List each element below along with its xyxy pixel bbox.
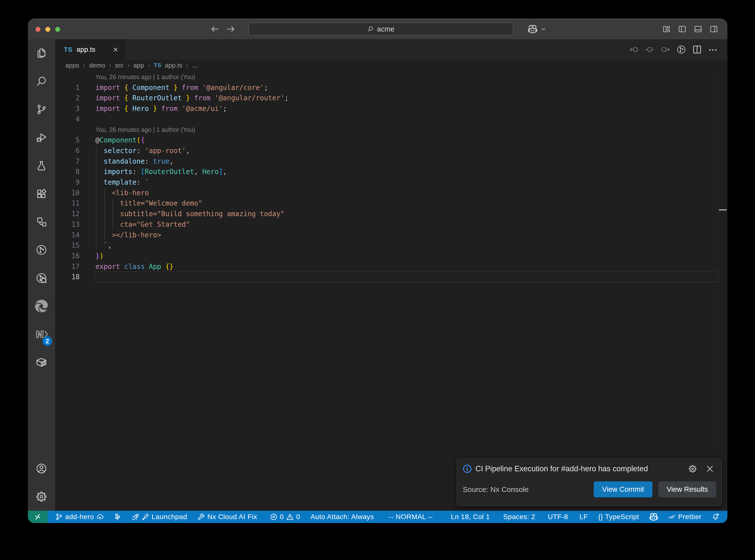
line-content: standalone: true,	[95, 156, 174, 167]
sidebar-item-project-graph[interactable]	[28, 208, 55, 236]
macos-zoom-button[interactable]	[55, 27, 60, 32]
sidebar-item-settings[interactable]	[28, 483, 55, 511]
activity-bar: 2	[28, 39, 55, 511]
code-line[interactable]: 1import { Component } from '@angular/cor…	[55, 82, 728, 93]
code-line[interactable]: 8 imports: [RouterOutlet, Hero],	[55, 166, 728, 177]
statusbar-language[interactable]: {} TypeScript	[593, 513, 644, 521]
more-actions-icon[interactable]	[708, 45, 717, 54]
breadcrumb-item[interactable]: src	[115, 62, 123, 69]
tab-app-ts[interactable]: TS app.ts	[55, 39, 125, 60]
scrollbar-gutter-border	[718, 71, 719, 511]
tab-close-icon[interactable]	[113, 47, 118, 53]
code-line[interactable]: 6 selector: 'app-root',	[55, 145, 728, 156]
statusbar-cursor-position[interactable]: Ln 18, Col 1	[444, 513, 497, 521]
statusbar-prettier[interactable]: Prettier	[663, 513, 707, 521]
statusbar-branch[interactable]: add-hero	[50, 513, 109, 521]
warning-icon	[286, 513, 294, 521]
toggle-secondary-sidebar-icon[interactable]	[710, 25, 718, 33]
line-number: 16	[55, 251, 80, 261]
gitlens-next-revision-icon[interactable]	[661, 45, 670, 54]
statusbar-vim-mode[interactable]: -- NORMAL --	[384, 513, 438, 521]
split-editor-icon[interactable]	[692, 45, 702, 54]
code-line[interactable]: 7 standalone: true,	[55, 156, 728, 167]
line-number: 3	[55, 103, 80, 114]
code-line[interactable]: 13 cta="Get Started"	[55, 219, 728, 230]
sidebar-item-source-control[interactable]	[28, 95, 55, 123]
sidebar-item-nx-console[interactable]: 2	[28, 320, 55, 348]
code-line[interactable]: 18	[55, 272, 728, 282]
files-icon	[36, 47, 47, 59]
git-blame-annotation[interactable]: You, 26 minutes ago | 1 author (You)	[55, 72, 728, 82]
sidebar-item-testing[interactable]	[28, 152, 55, 180]
git-blame-annotation[interactable]: You, 26 minutes ago | 1 author (You)	[55, 124, 728, 135]
breadcrumb-item[interactable]: app	[133, 62, 144, 69]
breadcrumb-item[interactable]: ...	[192, 62, 198, 69]
statusbar-launchpad[interactable]: Launchpad	[127, 513, 192, 521]
remote-indicator[interactable]	[28, 511, 47, 523]
search-icon	[367, 26, 374, 33]
tab-label: app.ts	[76, 46, 109, 54]
code-line[interactable]: 5@Component({	[55, 135, 728, 145]
code-line[interactable]: 16})	[55, 251, 728, 261]
statusbar-notifications[interactable]	[707, 513, 728, 521]
sidebar-item-edge-tools[interactable]	[28, 292, 55, 320]
sidebar-item-extensions[interactable]	[28, 180, 55, 208]
code-line[interactable]: 15 `,	[55, 240, 728, 251]
breadcrumb-ts-icon: TS	[154, 62, 161, 68]
sidebar-item-search[interactable]	[28, 67, 55, 95]
breadcrumb-item[interactable]: apps	[65, 62, 79, 69]
command-center-search[interactable]: acme	[248, 22, 513, 36]
view-results-button[interactable]: View Results	[658, 481, 716, 497]
code-line[interactable]: 3import { Hero } from '@acme/ui';	[55, 103, 728, 114]
code-line[interactable]: 17export class App {}	[55, 261, 728, 272]
sidebar-item-gitlens[interactable]	[28, 236, 55, 264]
statusbar-copilot[interactable]	[644, 513, 663, 521]
code-line[interactable]: 12 subtitle="Build something amazing tod…	[55, 208, 728, 219]
gitlens-prev-revision-icon[interactable]	[629, 45, 639, 54]
git-graph-icon	[114, 513, 122, 521]
view-commit-button[interactable]: View Commit	[594, 481, 652, 497]
code-line[interactable]: 10 <lib-hero	[55, 187, 728, 198]
macos-close-button[interactable]	[36, 27, 40, 32]
toast-gear-icon[interactable]	[689, 465, 697, 473]
code-line[interactable]: 11 title="Welcmoe demo"	[55, 198, 728, 208]
breadcrumb[interactable]: apps›demo›src›app›TSapp.ts›...	[55, 60, 728, 71]
statusbar-source-control-graph[interactable]	[109, 513, 127, 521]
toggle-panel-icon[interactable]	[694, 25, 702, 33]
line-content: import { Hero } from '@acme/ui';	[95, 103, 227, 114]
code-line[interactable]: 4	[55, 114, 728, 124]
statusbar-encoding[interactable]: UTF-8	[542, 513, 574, 521]
debug-icon	[36, 132, 47, 143]
breadcrumb-item[interactable]: demo	[89, 62, 105, 69]
sidebar-item-containers[interactable]	[28, 348, 55, 376]
code-line[interactable]: 14 ></lib-hero>	[55, 230, 728, 240]
toast-close-icon[interactable]	[706, 465, 714, 473]
forward-arrow-icon[interactable]	[226, 25, 235, 34]
breadcrumb-item[interactable]: app.ts	[165, 62, 182, 69]
code-line[interactable]: 9 template: `	[55, 177, 728, 187]
copilot-menu[interactable]	[528, 19, 546, 39]
toggle-primary-sidebar-icon[interactable]	[678, 25, 687, 33]
back-arrow-icon[interactable]	[211, 25, 219, 34]
statusbar-problems[interactable]: 0 0	[265, 513, 305, 521]
gitlens-icon	[36, 244, 47, 256]
code-editor[interactable]: You, 26 minutes ago | 1 author (You)1imp…	[55, 71, 728, 511]
toast-source: Source: Nx Console	[463, 485, 594, 494]
notification-toast: CI Pipeline Execution for #add-hero has …	[457, 458, 722, 506]
sidebar-item-explorer[interactable]	[28, 39, 55, 67]
line-number: 9	[55, 177, 80, 187]
sidebar-item-run-debug[interactable]	[28, 123, 55, 152]
customize-layout-icon[interactable]	[662, 25, 671, 33]
statusbar-auto-attach[interactable]: Auto Attach: Always	[305, 513, 379, 521]
line-number: 5	[55, 135, 80, 145]
gitlens-graph-icon[interactable]	[677, 45, 686, 54]
double-check-icon	[668, 513, 676, 521]
statusbar-nx-cloud-fix[interactable]: Nx Cloud AI Fix	[192, 513, 262, 521]
sidebar-item-accounts[interactable]	[28, 455, 55, 483]
gitlens-open-changes-icon[interactable]	[645, 45, 654, 54]
statusbar-eol[interactable]: LF	[574, 513, 593, 521]
macos-minimize-button[interactable]	[45, 27, 50, 32]
code-line[interactable]: 2import { RouterOutlet } from '@angular/…	[55, 93, 728, 103]
statusbar-indentation[interactable]: Spaces: 2	[497, 513, 542, 521]
sidebar-item-gitlens-inspect[interactable]	[28, 264, 55, 292]
